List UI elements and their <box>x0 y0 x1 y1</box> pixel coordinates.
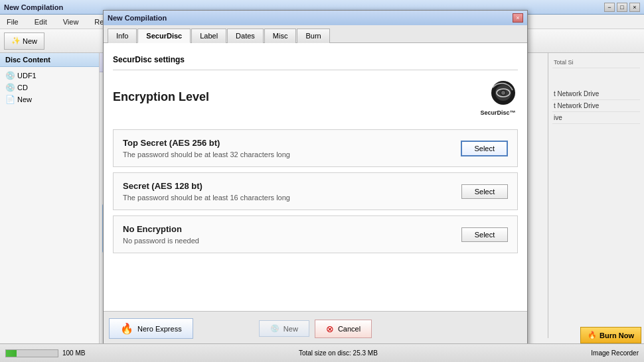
new-button[interactable]: ✨ New <box>4 32 44 50</box>
burn-now-icon: 🔥 <box>588 331 597 339</box>
securdisc-logo: SecurDisc™ <box>478 78 518 116</box>
disc-content-tree: 💿 UDF1 💿 CD 📄 New <box>0 67 99 108</box>
status-bar: 100 MB Total size on disc: 25.3 MB Image… <box>0 343 644 362</box>
nero-express-label: Nero Express <box>137 325 182 333</box>
top-secret-title: Top Secret (AES 256 bt) <box>123 138 461 148</box>
logo-text: SecurDisc™ <box>480 109 515 116</box>
select-secret-button[interactable]: Select <box>461 184 508 199</box>
tree-item-udf1[interactable]: 💿 UDF1 <box>3 70 96 82</box>
no-encryption-desc: No password is needed <box>123 237 461 245</box>
cancel-icon: ⊗ <box>326 324 334 334</box>
burn-now-button[interactable]: 🔥 Burn Now <box>580 327 641 343</box>
secret-info: Secret (AES 128 bt) The password should … <box>123 181 461 202</box>
right-panel-total: Total Si <box>552 57 640 68</box>
svg-point-4 <box>501 91 505 95</box>
dialog-title-bar: New Compilation × <box>104 11 527 25</box>
select-top-secret-button[interactable]: Select <box>461 141 508 156</box>
top-secret-desc: The password should be at least 32 chara… <box>123 151 461 158</box>
right-panel-ive: ive <box>552 112 640 124</box>
no-encryption-info: No Encryption No password is needed <box>123 224 461 245</box>
dialog-title: New Compilation <box>108 14 167 22</box>
tab-securdisc[interactable]: SecurDisc <box>137 29 191 43</box>
tab-burn[interactable]: Burn <box>297 29 329 43</box>
menu-file[interactable]: File <box>3 17 23 27</box>
app-window: New Compilation − □ × File Edit View Rec… <box>0 0 644 362</box>
tab-dates[interactable]: Dates <box>227 29 264 43</box>
right-panel: Total Si t Network Drive t Network Drive… <box>548 53 644 338</box>
tree-item-cd[interactable]: 💿 CD <box>3 82 96 93</box>
dialog-footer: 🔥 Nero Express 💿 New ⊗ Cancel <box>104 311 527 345</box>
secret-desc: The password should be at least 16 chara… <box>123 194 461 202</box>
encryption-option-secret: Secret (AES 128 bt) The password should … <box>113 172 518 210</box>
total-size-text: Total size on disc: 25.3 MB <box>299 349 378 357</box>
tab-label[interactable]: Label <box>191 29 226 43</box>
progress-bar-fill <box>6 350 17 357</box>
encryption-level-title: Encryption Level <box>113 90 209 104</box>
dialog-close-button[interactable]: × <box>513 13 523 23</box>
tree-icon-new: 📄 <box>5 95 15 104</box>
tab-bar: Info SecurDisc Label Dates Misc Burn <box>104 25 527 43</box>
encryption-option-top-secret: Top Secret (AES 256 bt) The password sho… <box>113 129 518 167</box>
minimize-button[interactable]: − <box>604 3 615 12</box>
right-panel-network2: t Network Drive <box>552 100 640 112</box>
nero-express-button[interactable]: 🔥 Nero Express <box>109 318 193 339</box>
securdisc-logo-svg <box>478 78 518 108</box>
no-encryption-title: No Encryption <box>123 224 461 234</box>
secret-title: Secret (AES 128 bt) <box>123 181 461 191</box>
top-secret-info: Top Secret (AES 256 bt) The password sho… <box>123 138 461 158</box>
app-title: New Compilation <box>4 3 63 11</box>
close-button[interactable]: × <box>629 3 640 12</box>
new-footer-icon: 💿 <box>270 324 280 333</box>
menu-view[interactable]: View <box>59 17 83 27</box>
new-footer-label: New <box>283 325 298 333</box>
status-progress: 100 MB <box>5 349 85 357</box>
new-footer-button[interactable]: 💿 New <box>259 320 309 337</box>
cancel-button[interactable]: ⊗ Cancel <box>315 320 372 338</box>
tree-item-new[interactable]: 📄 New <box>3 93 96 105</box>
left-panel: Disc Content 💿 UDF1 💿 CD 📄 New <box>0 53 100 362</box>
disc-content-header: Disc Content <box>0 53 99 67</box>
cancel-label: Cancel <box>338 325 361 333</box>
tab-info[interactable]: Info <box>108 29 137 43</box>
size-label: 100 MB <box>62 349 85 357</box>
new-icon: ✨ <box>11 36 21 45</box>
tab-misc[interactable]: Misc <box>264 29 297 43</box>
image-recorder-text: Image Recorder <box>591 349 639 357</box>
maximize-button[interactable]: □ <box>617 3 627 12</box>
burn-now-label: Burn Now <box>600 332 634 339</box>
securdisc-content: SecurDisc settings Encryption Level <box>104 43 527 311</box>
encryption-option-none: No Encryption No password is needed Sele… <box>113 215 518 253</box>
right-panel-network1: t Network Drive <box>552 88 640 100</box>
select-no-encryption-button[interactable]: Select <box>461 227 508 242</box>
title-bar-controls: − □ × <box>604 3 640 12</box>
dialog-window: New Compilation × Info SecurDisc Label D… <box>103 10 528 348</box>
nero-icon: 🔥 <box>120 322 133 335</box>
tree-icon-cd: 💿 <box>5 83 15 92</box>
menu-edit[interactable]: Edit <box>31 17 51 27</box>
tree-icon-udf1: 💿 <box>5 71 15 80</box>
progress-bar <box>5 349 58 357</box>
section-title: SecurDisc settings <box>113 50 518 70</box>
encryption-header: Encryption Level SecurDisc™ <box>113 78 518 116</box>
